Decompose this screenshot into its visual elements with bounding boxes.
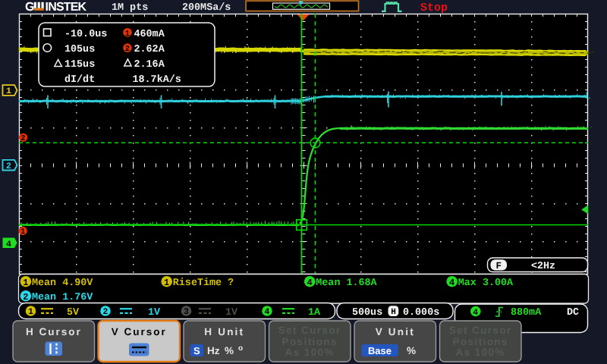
svg-text:4: 4 — [449, 278, 454, 288]
svg-text:105us: 105us — [64, 44, 95, 55]
svg-text:<2Hz: <2Hz — [531, 261, 555, 272]
svg-text:2: 2 — [6, 162, 11, 171]
svg-text:DC: DC — [567, 307, 579, 318]
svg-text:2: 2 — [103, 307, 109, 317]
svg-text:3: 3 — [184, 307, 189, 317]
svg-text:Positions: Positions — [453, 336, 508, 347]
svg-text:1: 1 — [125, 30, 130, 39]
svg-text:H: H — [391, 308, 396, 317]
svg-text:0.000s: 0.000s — [403, 307, 439, 318]
svg-text:S: S — [193, 345, 200, 356]
svg-text:4: 4 — [6, 240, 11, 249]
svg-text:2: 2 — [23, 292, 28, 303]
svg-text:200MSa/s: 200MSa/s — [182, 2, 231, 14]
svg-text:2: 2 — [125, 45, 130, 54]
svg-text:1: 1 — [6, 86, 11, 96]
svg-text:-10.0us: -10.0us — [64, 29, 107, 40]
svg-text:1V: 1V — [148, 307, 161, 318]
svg-text:18.7kA/s: 18.7kA/s — [133, 74, 181, 86]
svg-text:Stop: Stop — [420, 2, 448, 14]
svg-text:2.62A: 2.62A — [134, 44, 165, 55]
svg-text:Mean 1.76V: Mean 1.76V — [32, 292, 93, 303]
svg-text:Mean 1.68A: Mean 1.68A — [316, 278, 377, 289]
svg-text:G: G — [25, 1, 34, 14]
svg-text:1: 1 — [23, 278, 28, 288]
svg-text:880mA: 880mA — [511, 307, 542, 318]
svg-text:1M pts: 1M pts — [112, 2, 148, 14]
svg-text:%: % — [225, 345, 234, 356]
svg-text:2.16A: 2.16A — [134, 59, 165, 71]
svg-text:%: % — [407, 345, 416, 356]
svg-text:Base: Base — [368, 345, 392, 356]
svg-text:1: 1 — [164, 278, 169, 288]
svg-text:500us: 500us — [352, 307, 382, 318]
svg-text:1: 1 — [20, 228, 25, 237]
svg-text:Set Cursor: Set Cursor — [278, 325, 341, 336]
svg-text:4: 4 — [265, 307, 270, 317]
svg-text:Mean 4.90V: Mean 4.90V — [32, 278, 93, 289]
svg-text:INSTEK: INSTEK — [46, 1, 87, 14]
svg-text:H Unit: H Unit — [204, 326, 244, 337]
svg-text:Set Cursor: Set Cursor — [449, 325, 512, 336]
svg-text:H Cursor: H Cursor — [26, 326, 82, 337]
svg-text:115us: 115us — [64, 59, 95, 71]
svg-text:V Cursor: V Cursor — [112, 326, 167, 337]
svg-text:As 100%: As 100% — [456, 347, 505, 358]
svg-text:1: 1 — [28, 307, 33, 317]
svg-text:Max 3.00A: Max 3.00A — [458, 278, 514, 289]
svg-text:4: 4 — [307, 278, 313, 288]
svg-text:dI/dt: dI/dt — [64, 74, 95, 86]
svg-text:2: 2 — [20, 134, 25, 143]
svg-text:460mA: 460mA — [134, 29, 165, 40]
svg-text:1V: 1V — [225, 307, 238, 318]
svg-text:V Unit: V Unit — [376, 326, 415, 337]
svg-text:As 100%: As 100% — [285, 347, 335, 358]
svg-text:RiseTime ?: RiseTime ? — [173, 278, 234, 289]
svg-text:5V: 5V — [67, 307, 80, 318]
svg-text:Hz: Hz — [207, 345, 220, 356]
svg-text:1A: 1A — [308, 307, 321, 318]
svg-text:4: 4 — [473, 308, 478, 318]
svg-text:F: F — [496, 261, 502, 271]
svg-text:Positions: Positions — [282, 336, 338, 347]
svg-text:o: o — [238, 344, 243, 353]
